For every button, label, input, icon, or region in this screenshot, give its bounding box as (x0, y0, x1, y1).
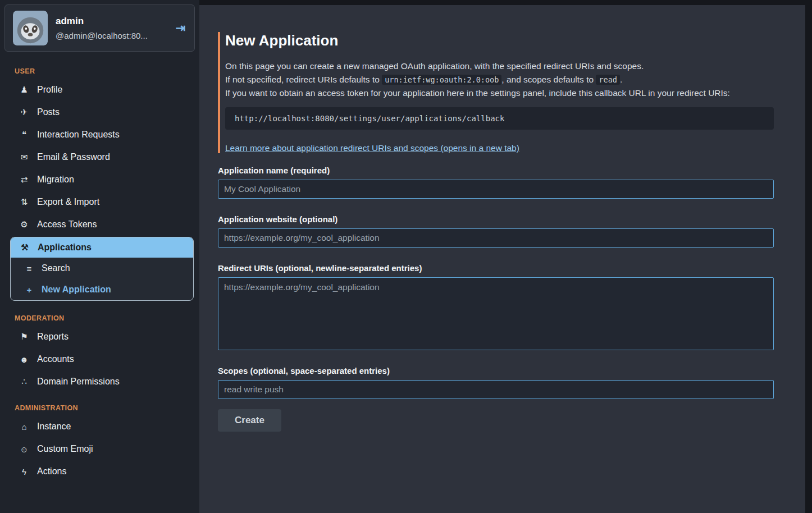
migration-arrows-icon: ⇄ (19, 175, 29, 185)
inline-code-read: read (596, 75, 620, 85)
sidebar-item-actions[interactable]: ϟ Actions (0, 460, 199, 483)
tools-icon: ⚒ (20, 242, 30, 253)
sidebar-item-label: Interaction Requests (37, 130, 120, 140)
list-icon: ≡ (24, 264, 34, 273)
scopes-label: Scopes (optional, space-separated entrie… (218, 366, 774, 375)
learn-more-link[interactable]: Learn more about application redirect UR… (225, 143, 519, 153)
sidebar-item-domain-permissions[interactable]: ∴ Domain Permissions (0, 370, 199, 393)
settings-sidebar: admin @admin@localhost:80... ⇥ USER ♟ Pr… (0, 0, 199, 513)
sidebar-item-accounts[interactable]: ☻ Accounts (0, 348, 199, 370)
sidebar-item-migration[interactable]: ⇄ Migration (0, 168, 199, 191)
sidebar-item-label: Custom Emoji (37, 444, 93, 454)
sidebar-item-applications-search[interactable]: ≡ Search (11, 258, 193, 279)
sidebar-item-export-import[interactable]: ⇅ Export & Import (0, 191, 199, 213)
user-icon: ♟ (19, 85, 29, 95)
users-icon: ☻ (19, 355, 29, 364)
main-outer: New Application On this page you can cre… (199, 0, 812, 513)
sidebar-item-posts[interactable]: ✈ Posts (0, 101, 199, 123)
sidebar-item-interaction-requests[interactable]: ❝ Interaction Requests (0, 123, 199, 146)
sidebar-item-applications[interactable]: ⚒ Applications (11, 237, 193, 258)
sidebar-item-label: Profile (37, 85, 62, 95)
sidebar-item-instance[interactable]: ⌂ Instance (0, 415, 199, 438)
export-import-icon: ⇅ (19, 197, 29, 207)
username: admin (56, 16, 166, 27)
application-website-label: Application website (optional) (218, 214, 774, 224)
smiley-icon: ☺ (19, 445, 29, 454)
section-header-administration: ADMINISTRATION (0, 393, 199, 415)
sidebar-item-label: Search (42, 263, 70, 273)
section-header-user: USER (0, 56, 199, 79)
sidebar-item-label: Applications (38, 242, 92, 253)
sitemap-icon: ⌂ (19, 422, 29, 432)
avatar (13, 11, 48, 45)
sidebar-item-label: Email & Password (37, 152, 110, 162)
intro-line-2: If not specified, redirect URIs defaults… (225, 73, 774, 86)
sidebar-item-label: Actions (37, 466, 66, 477)
page-title: New Application (225, 32, 774, 49)
sidebar-item-label: Domain Permissions (37, 377, 120, 387)
share-nodes-icon: ∴ (19, 377, 29, 387)
inline-code-oob: urn:ietf:wg:oauth:2.0:oob (382, 75, 501, 85)
user-handle: @admin@localhost:80... (56, 31, 166, 40)
create-button[interactable]: Create (218, 409, 281, 432)
bolt-icon: ϟ (19, 467, 29, 477)
application-name-input[interactable] (218, 180, 774, 199)
sidebar-item-label: New Application (42, 285, 111, 295)
user-card[interactable]: admin @admin@localhost:80... ⇥ (4, 4, 195, 52)
sidebar-item-label: Reports (37, 332, 69, 342)
sidebar-item-label: Export & Import (37, 197, 99, 207)
sidebar-item-label: Access Tokens (37, 219, 97, 230)
logout-icon[interactable]: ⇥ (174, 21, 186, 35)
plus-icon: + (24, 285, 34, 295)
application-name-label: Application name (required) (218, 166, 774, 175)
scopes-input[interactable] (218, 380, 774, 399)
comments-icon: ❝ (19, 130, 29, 140)
sidebar-item-applications-new[interactable]: + New Application (11, 279, 193, 300)
sidebar-item-label: Posts (37, 107, 60, 117)
sidebar-nav: USER ♟ Profile ✈ Posts ❝ Interaction Req… (0, 56, 199, 483)
applications-group: ⚒ Applications ≡ Search + New Applicatio… (10, 237, 194, 301)
sidebar-item-access-tokens[interactable]: ⚙ Access Tokens (0, 213, 199, 236)
redirect-uris-textarea[interactable] (218, 277, 774, 350)
sidebar-item-profile[interactable]: ♟ Profile (0, 79, 199, 101)
sidebar-item-label: Instance (37, 422, 71, 432)
section-header-moderation: MODERATION (0, 303, 199, 326)
sidebar-item-custom-emoji[interactable]: ☺ Custom Emoji (0, 438, 199, 460)
sidebar-item-reports[interactable]: ⚑ Reports (0, 326, 199, 348)
intro-line-3: If you want to obtain an access token fo… (225, 86, 774, 100)
page-header: New Application On this page you can cre… (218, 32, 774, 153)
intro-line-1: On this page you can create a new manage… (225, 59, 774, 73)
envelope-icon: ✉ (19, 152, 29, 162)
user-meta: admin @admin@localhost:80... (56, 16, 166, 40)
flag-icon: ⚑ (19, 332, 29, 342)
main-panel: New Application On this page you can cre… (199, 5, 805, 513)
sidebar-item-label: Migration (37, 175, 74, 185)
callback-url-code: http://localhost:8080/settings/user/appl… (225, 107, 774, 130)
sidebar-item-email-password[interactable]: ✉ Email & Password (0, 146, 199, 168)
sidebar-item-label: Accounts (37, 354, 74, 364)
scrollbar[interactable] (805, 0, 812, 513)
paper-plane-icon: ✈ (19, 107, 29, 117)
gear-icon: ⚙ (19, 219, 29, 230)
application-website-input[interactable] (218, 228, 774, 248)
redirect-uris-label: Redirect URIs (optional, newline-separat… (218, 263, 774, 273)
